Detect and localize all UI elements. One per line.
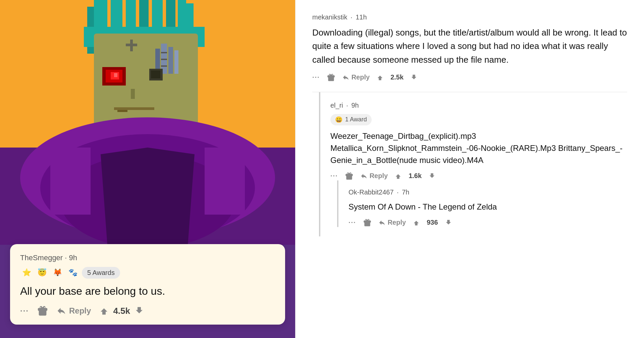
award-icon-1: ⭐ [20, 266, 33, 279]
top-gift-button[interactable] [327, 73, 335, 82]
reply-1-username: el_ri · 9h [330, 102, 627, 109]
reply-comment-1: el_ri · 9h 😀 1 Award Weezer_Teenage_Dirt… [320, 92, 627, 236]
award-icon: 😀 [335, 116, 342, 123]
nested-reply-1: Ok-Rabbit2467 · 7h System Of A Down - Th… [337, 180, 627, 227]
top-comment-text: Downloading (illegal) songs, but the tit… [312, 26, 627, 66]
svg-rect-27 [151, 70, 160, 78]
comment-text: All your base are belong to us. [20, 284, 275, 298]
reply-1-gift-button[interactable] [345, 172, 354, 180]
nested-reply-1-username-text: Ok-Rabbit2467 [348, 188, 394, 196]
nested-reply-1-action-bar: ··· Reply 936 [348, 218, 627, 227]
top-username-text: mekanikstik [312, 13, 347, 21]
reply-1-action-bar: ··· Reply 1.6k [330, 172, 627, 180]
svg-rect-22 [155, 49, 160, 70]
vote-count: 4.5k [113, 306, 130, 316]
top-more-options-button[interactable]: ··· [312, 73, 320, 81]
reply-1-text: Weezer_Teenage_Dirtbag_(explicit).mp3 Me… [330, 130, 627, 166]
svg-rect-20 [168, 47, 173, 74]
top-comment: mekanikstik · 11h Downloading (illegal) … [312, 13, 627, 92]
svg-rect-14 [126, 44, 137, 46]
svg-rect-29 [114, 107, 154, 110]
comment-card: TheSmegger · 9h ⭐ 😇 🦊 🐾 5 Awards All you… [10, 244, 285, 325]
svg-rect-28 [131, 89, 135, 99]
nested-reply-1-time: 7h [402, 188, 409, 196]
svg-rect-21 [174, 50, 178, 74]
left-panel: TheSmegger · 9h ⭐ 😇 🦊 🐾 5 Awards All you… [0, 0, 295, 338]
reply-1-award-label: 1 Award [345, 116, 367, 123]
reply-label: Reply [69, 306, 91, 316]
right-panel: mekanikstik · 11h Downloading (illegal) … [295, 0, 644, 338]
top-comment-action-bar: ··· Reply 2.5k [312, 73, 627, 82]
svg-rect-30 [117, 110, 127, 112]
more-options-button[interactable]: ··· [20, 306, 29, 316]
nested-reply-1-reply-button[interactable]: Reply [378, 219, 406, 226]
reply-1-more-options[interactable]: ··· [330, 172, 338, 180]
nested-reply-1-more-options[interactable]: ··· [348, 219, 356, 226]
comment-username: TheSmegger [20, 253, 63, 262]
reply-1-username-text: el_ri [330, 102, 343, 109]
reply-button[interactable]: Reply [56, 306, 91, 316]
svg-marker-38 [101, 148, 195, 245]
top-comment-time: 11h [356, 13, 367, 21]
top-reply-button[interactable]: Reply [342, 73, 370, 81]
reply-1-reply-label: Reply [370, 172, 388, 180]
award-icon-3: 🦊 [51, 266, 64, 279]
nested-reply-1-vote-count: 936 [427, 219, 438, 226]
svg-rect-23 [161, 52, 167, 53]
top-upvote-button[interactable] [376, 74, 384, 81]
svg-rect-18 [114, 73, 117, 77]
vote-controls: 4.5k [99, 306, 144, 316]
gift-button[interactable] [37, 305, 48, 317]
pixel-character [0, 0, 295, 245]
reply-1-reply-button[interactable]: Reply [360, 172, 388, 180]
nested-reply-1-downvote-button[interactable] [445, 219, 452, 226]
nested-reply-1-gift-button[interactable] [363, 218, 372, 227]
comment-meta: TheSmegger · 9h [20, 253, 275, 262]
svg-rect-37 [205, 148, 245, 215]
comment-time: 9h [69, 253, 77, 262]
top-reply-label: Reply [352, 73, 370, 81]
nested-reply-1-reply-label: Reply [388, 219, 406, 226]
award-icon-2: 😇 [36, 266, 48, 279]
reply-1-upvote-button[interactable] [394, 172, 402, 180]
nested-reply-1-username: Ok-Rabbit2467 · 7h [348, 188, 627, 196]
top-comment-username: mekanikstik · 11h [312, 13, 627, 21]
awards-row: ⭐ 😇 🦊 🐾 5 Awards [20, 266, 275, 279]
thread-replies: el_ri · 9h 😀 1 Award Weezer_Teenage_Dirt… [319, 92, 627, 236]
reply-1-time: 9h [351, 102, 359, 109]
award-icon-4: 🐾 [66, 266, 79, 279]
nested-reply-1-text: System Of A Down - The Legend of Zelda [348, 201, 627, 213]
top-downvote-button[interactable] [410, 74, 418, 81]
top-vote-count: 2.5k [390, 73, 404, 81]
nested-reply-1-upvote-button[interactable] [413, 219, 420, 226]
svg-rect-24 [161, 59, 167, 60]
comment-action-bar: ··· Reply 4.5k [20, 305, 275, 317]
comment-time-separator: · [65, 253, 69, 262]
awards-count-label: 5 Awards [82, 267, 120, 279]
upvote-button[interactable] [99, 306, 109, 316]
downvote-button[interactable] [134, 306, 144, 316]
reply-1-downvote-button[interactable] [428, 172, 436, 180]
reply-1-vote-count: 1.6k [409, 172, 422, 180]
svg-rect-25 [161, 65, 167, 67]
svg-rect-36 [50, 148, 91, 215]
reply-1-award-pill: 😀 1 Award [330, 114, 372, 125]
